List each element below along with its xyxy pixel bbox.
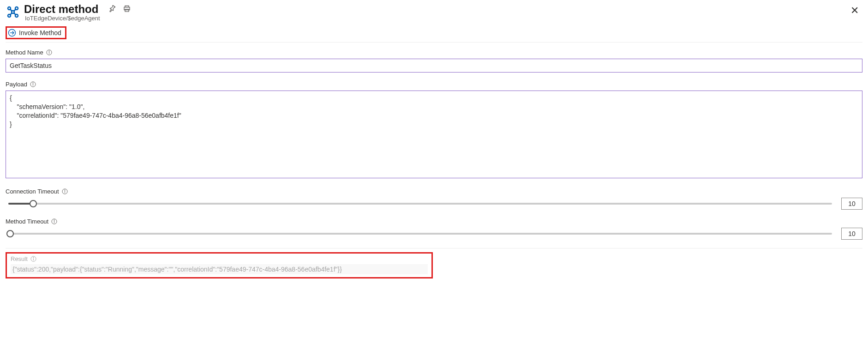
info-icon[interactable] (30, 256, 36, 262)
svg-point-19 (33, 83, 33, 83)
svg-line-5 (10, 9, 12, 11)
result-value: {"status":200,"payload":{"status":"Runni… (11, 264, 428, 274)
info-icon[interactable] (62, 188, 68, 194)
invoke-method-label: Invoke Method (19, 29, 61, 36)
invoke-method-button[interactable]: Invoke Method (6, 26, 66, 39)
svg-line-7 (10, 13, 12, 15)
connection-timeout-value[interactable] (841, 198, 862, 210)
result-label: Result (11, 255, 28, 262)
info-icon[interactable] (51, 218, 57, 224)
svg-line-8 (14, 13, 16, 15)
svg-point-25 (54, 220, 54, 220)
result-panel: Result {"status":200,"payload":{"status"… (6, 252, 433, 278)
page-title: Direct method (24, 3, 98, 16)
pin-icon[interactable] (108, 5, 116, 14)
svg-point-16 (49, 51, 49, 51)
payload-textarea[interactable] (6, 91, 862, 178)
method-name-input[interactable] (6, 59, 862, 73)
info-icon[interactable] (30, 81, 36, 87)
divider (6, 248, 862, 248)
info-icon[interactable] (46, 49, 52, 55)
method-timeout-slider[interactable] (6, 229, 835, 238)
iot-device-icon (6, 5, 20, 19)
close-icon[interactable]: ✕ (847, 3, 862, 18)
payload-label: Payload (6, 81, 27, 88)
method-timeout-label: Method Timeout (6, 218, 48, 225)
connection-timeout-slider[interactable] (6, 199, 835, 208)
svg-line-6 (14, 9, 16, 11)
svg-point-28 (33, 257, 34, 258)
invoke-arrow-icon (8, 29, 16, 37)
print-icon[interactable] (123, 5, 131, 14)
connection-timeout-label: Connection Timeout (6, 188, 59, 195)
svg-point-22 (65, 190, 65, 190)
method-timeout-value[interactable] (841, 228, 862, 240)
breadcrumb-subtitle: IoTEdgeDevice/$edgeAgent (25, 15, 131, 22)
svg-rect-11 (125, 9, 129, 12)
method-name-label: Method Name (6, 49, 43, 56)
